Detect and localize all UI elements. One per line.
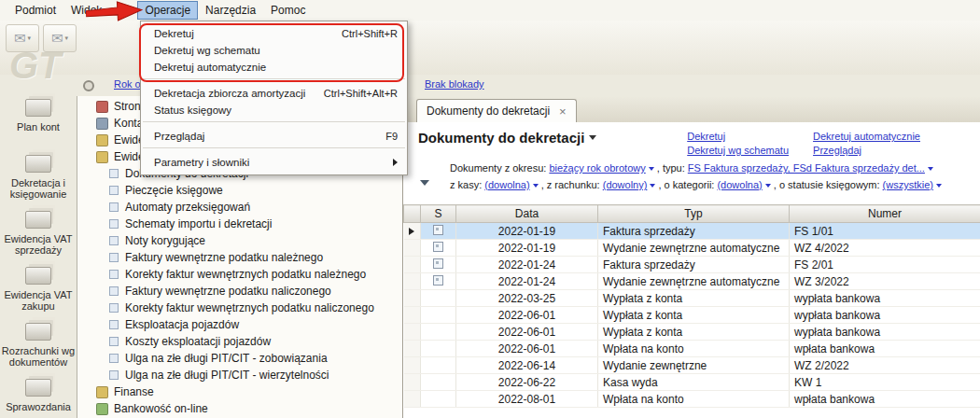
dropdown-arrow-icon[interactable] [649,167,654,171]
dropdown-arrow-icon[interactable] [533,184,539,188]
gt-logo: GT [9,45,62,87]
table-row[interactable]: 2022-01-19 Faktura sprzedaży FS 1/01 [404,223,980,240]
sidebar-item[interactable]: Rozrachunki wg dokumentów [1,319,76,375]
typ-cell: Faktura sprzedaży [598,257,790,273]
sidebar-item[interactable]: Ewidencja VAT sprzedaży [1,207,76,263]
menu-item[interactable] [143,147,405,151]
menu-item-label: Dekretacja zbiorcza amortyzacji [154,88,305,99]
table-row[interactable]: 2022-01-24 Faktura sprzedaży FS 2/01 [404,257,980,273]
table-row[interactable]: 2022-03-25 Wypłata z konta wypłata banko… [404,290,980,307]
filter-value-link[interactable]: (dowolny) [603,179,648,190]
table-row[interactable]: 2022-06-01 Wpłata na konto wpłata bankow… [404,341,980,357]
tree-item[interactable]: Pieczęcie księgowe [77,182,402,199]
chevron-down-icon[interactable]: ▾ [65,35,69,42]
pin-icon[interactable] [83,80,94,91]
table-row[interactable]: 2022-06-14 Wydanie zewnętrzne WZ 2/2022 [404,357,980,374]
tree-item-label: Bankowość on-line [114,402,208,415]
dropdown-arrow-icon[interactable] [650,184,655,188]
chevron-down-icon[interactable]: ▾ [28,35,32,42]
sidebar-item-label: Dekretacja i księgowanie [1,177,76,200]
tab-dokumenty-do-dekretacji[interactable]: Dokumenty do dekretacji × [416,99,577,122]
filter-value-link[interactable]: (wszystkie) [883,179,933,190]
close-icon[interactable]: × [559,105,567,118]
rok-obrotowy-link[interactable]: Rok o [114,78,141,90]
dropdown-arrow-icon[interactable] [936,184,942,188]
numer-cell: FS 2/01 [790,257,980,273]
tree-item[interactable]: Korekty faktur wewnętrznych podatku nali… [77,300,402,316]
tree-bullet-icon [109,354,119,363]
tree-item[interactable]: Ulga na złe długi PIT/CIT - zobowiązania [77,350,402,367]
menu-item[interactable] [143,78,405,82]
menu-bar-item[interactable]: Operacje [137,1,198,20]
filter-value-link[interactable]: bieżący rok obrotowy [549,162,645,174]
menu-bar-item[interactable]: Narzędzia [198,1,263,20]
tree-item[interactable]: Korekty faktur wewnętrznych podatku nale… [77,266,402,283]
table-row[interactable]: 2022-06-01 Wypłata z konta wypłata banko… [404,324,980,341]
table-row[interactable]: 2022-06-01 Wypłata z konta wypłata banko… [404,307,980,324]
chevron-down-icon[interactable] [589,135,596,140]
menu-item[interactable]: Dekretuj Ctrl+Shift+R [141,25,407,42]
dekretuj-wg-schematu-link[interactable]: Dekretuj wg schematu [687,145,789,156]
filter-value-link[interactable]: FS Faktura sprzedaży, FSd Faktura sprzed… [688,162,925,174]
tree-item[interactable]: Faktury wewnętrzne podatku naliczonego [77,283,402,300]
col-header-typ[interactable]: Typ [598,205,790,223]
tree-item[interactable]: Bankowość on-line [77,400,402,417]
table-row[interactable]: 2022-06-22 Kasa wyda KW 1 [404,374,980,391]
col-header-data[interactable]: Data [456,205,598,223]
tree-item-label: Schematy importu i dekretacji [125,217,272,230]
menu-item[interactable]: Przeglądaj F9 [141,128,407,145]
filter-label: , typu: [657,162,685,174]
menu-item[interactable]: Dekretuj wg schematu [141,42,407,59]
sidebar-item-label: Ewidencja VAT zakupu [1,289,76,312]
tree-item[interactable]: Noty korygujące [77,232,402,249]
sidebar-item[interactable]: Dekretacja i księgowanie [1,151,76,207]
date-cell: 2022-06-22 [456,374,598,391]
przegladaj-link[interactable]: Przeglądaj [813,145,920,156]
sidebar-item[interactable]: Sprawozdania [1,375,76,418]
tree-section-icon [96,118,108,130]
module-stack-icon [25,155,51,173]
tree-item[interactable]: Schematy importu i dekretacji [77,216,402,232]
table-row[interactable]: 2022-01-24 Wydanie zewnętrzne automatycz… [404,273,980,290]
tab-label: Dokumenty do dekretacji [427,104,550,118]
tree-item[interactable]: Finanse [77,383,402,400]
filter-value-link[interactable]: (dowolna) [484,179,529,190]
tree-item[interactable]: Faktury wewnętrzne podatku należnego [77,249,402,266]
brak-blokady-link[interactable]: Brak blokady [425,78,484,90]
numer-cell: wypłata bankowa [790,324,980,341]
tree-item[interactable]: Automaty przeksięgowań [77,199,402,216]
col-header-s[interactable]: S [421,205,456,223]
filter-funnel-icon[interactable] [420,180,429,186]
typ-cell: Kasa wyda [598,374,790,391]
table-row[interactable]: 2022-01-19 Wydanie zewnętrzne automatycz… [404,240,980,257]
filter-area: Dokumenty z okresu: bieżący rok obrotowy… [403,160,980,193]
menu-item[interactable]: Status księgowy [141,102,407,118]
tree-bullet-icon [109,370,119,380]
menu-item[interactable]: Dekretacja zbiorcza amortyzacji Ctrl+Shi… [141,85,407,102]
row-gutter-cell [404,357,421,374]
status-cell [421,391,456,408]
menu-item[interactable]: Parametry i słowniki [141,154,407,171]
menu-item[interactable] [143,121,405,125]
table-row[interactable]: 2022-08-01 Wpłata na konto wpłata bankow… [404,391,980,408]
sidebar-item[interactable]: Plan kont [1,95,76,151]
status-cell [421,357,456,374]
tree-item[interactable]: Koszty eksploatacji pojazdów [77,333,402,350]
tree-item[interactable]: Ulga na złe długi PIT/CIT - wierzytelnoś… [77,367,402,383]
page-title[interactable]: Dokumenty do dekretacji [418,130,596,146]
menu-bar-item[interactable]: Podmiot [7,1,63,20]
table-header-row: S Data Typ Numer [404,205,980,223]
dekretuj-link[interactable]: Dekretuj [687,131,789,142]
menu-bar-item[interactable]: Widok [63,1,109,20]
dekretuj-automatycznie-link[interactable]: Dekretuj automatycznie [813,131,920,142]
menu-bar-item[interactable]: Pomoc [263,1,313,20]
menu-item[interactable]: Dekretuj automatycznie [141,59,407,76]
dropdown-arrow-icon[interactable] [928,167,933,171]
tab-bar: Dokumenty do dekretacji × [403,96,980,123]
menu-item-label: Dekretuj automatycznie [154,62,266,73]
tree-item[interactable]: Eksploatacja pojazdów [77,316,402,333]
filter-value-link[interactable]: (dowolna) [717,179,762,190]
dropdown-arrow-icon[interactable] [765,184,771,188]
sidebar-item[interactable]: Ewidencja VAT zakupu [1,263,76,319]
col-header-numer[interactable]: Numer [790,205,980,223]
